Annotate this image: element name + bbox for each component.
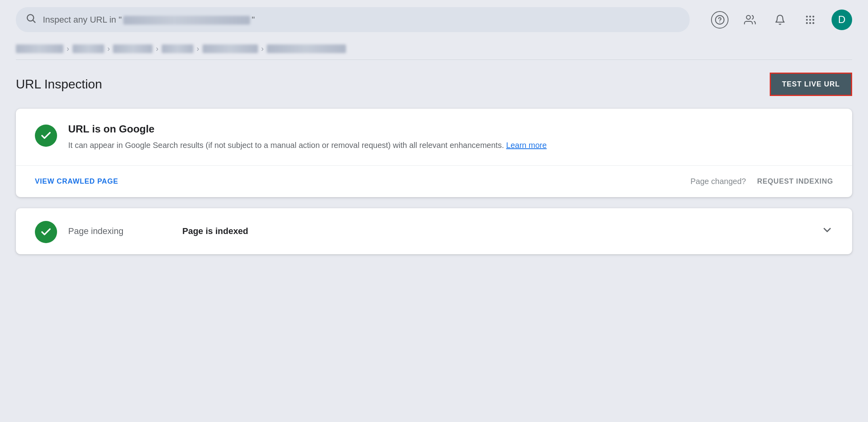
breadcrumb-item-6 — [267, 44, 346, 53]
test-live-url-button[interactable]: TEST LIVE URL — [770, 73, 852, 96]
url-status-text: URL is on Google It can appear in Google… — [68, 123, 547, 151]
notifications-icon[interactable] — [771, 11, 789, 29]
learn-more-link[interactable]: Learn more — [506, 141, 547, 150]
url-status-card: URL is on Google It can appear in Google… — [16, 109, 852, 197]
page-indexing-card: Page indexing Page is indexed — [16, 208, 852, 254]
page-title: URL Inspection — [16, 77, 102, 92]
breadcrumb-item-2 — [73, 44, 104, 53]
main-content: URL Inspection TEST LIVE URL URL is on G… — [0, 60, 868, 278]
top-icons: D — [711, 10, 852, 30]
svg-point-8 — [809, 15, 811, 17]
view-crawled-page-button[interactable]: VIEW CRAWLED PAGE — [35, 177, 118, 186]
page-indexed-status: Page is indexed — [182, 226, 248, 236]
svg-point-10 — [806, 19, 808, 21]
card-actions-section: VIEW CRAWLED PAGE Page changed? REQUEST … — [16, 166, 852, 197]
breadcrumb-item-3 — [113, 44, 153, 53]
request-indexing-button[interactable]: REQUEST INDEXING — [757, 177, 833, 186]
page-header: URL Inspection TEST LIVE URL — [16, 73, 852, 96]
page-changed-text: Page changed? — [690, 177, 746, 186]
svg-point-9 — [813, 15, 814, 17]
svg-point-4 — [746, 15, 750, 19]
top-bar: Inspect any URL in "" — [0, 0, 868, 39]
apps-grid-icon[interactable] — [801, 11, 819, 29]
page-indexing-label: Page indexing — [68, 226, 171, 236]
svg-point-11 — [809, 19, 811, 21]
svg-point-12 — [813, 19, 814, 21]
card-top-section: URL is on Google It can appear in Google… — [16, 109, 852, 166]
account-settings-icon[interactable] — [741, 11, 759, 29]
svg-point-14 — [809, 22, 811, 24]
search-input-label: Inspect any URL in "" — [43, 15, 680, 25]
page-indexing-icon — [35, 221, 57, 243]
breadcrumb-item-4 — [162, 44, 193, 53]
svg-point-13 — [806, 22, 808, 24]
card-actions-right: Page changed? REQUEST INDEXING — [690, 177, 833, 186]
breadcrumb-item-1 — [16, 44, 63, 53]
chevron-down-icon[interactable] — [821, 224, 833, 239]
breadcrumb-item-5 — [203, 44, 258, 53]
url-on-google-icon — [35, 125, 57, 147]
indexing-left: Page indexing Page is indexed — [68, 226, 810, 236]
avatar[interactable]: D — [832, 10, 852, 30]
url-status-description: It can appear in Google Search results (… — [68, 139, 547, 151]
svg-point-15 — [813, 22, 814, 24]
svg-line-1 — [33, 20, 35, 22]
search-icon — [25, 13, 36, 27]
help-icon[interactable] — [711, 11, 728, 29]
breadcrumb: › › › › › — [0, 39, 868, 59]
search-bar[interactable]: Inspect any URL in "" — [16, 7, 690, 32]
svg-point-7 — [806, 15, 808, 17]
url-status-title: URL is on Google — [68, 123, 547, 135]
